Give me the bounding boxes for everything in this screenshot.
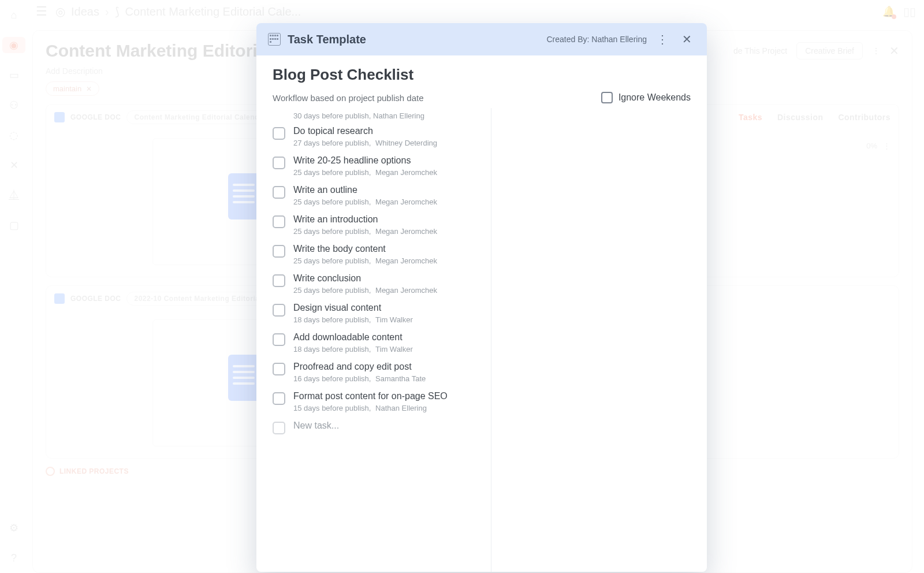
task-days: 25 days before publish,: [293, 168, 371, 177]
task-checkbox[interactable]: [273, 186, 285, 199]
task-days: 18 days before publish,: [293, 315, 371, 324]
workflow-label: Workflow based on project publish date: [273, 93, 424, 103]
task-row[interactable]: Write an outline25 days before publish, …: [273, 177, 491, 206]
task-days: 25 days before publish,: [293, 227, 371, 236]
task-title: Write the body content: [293, 244, 485, 254]
modal-close-icon[interactable]: ✕: [678, 32, 695, 46]
task-checkbox[interactable]: [273, 392, 285, 405]
task-meta: 25 days before publish, Megan Jeromchek: [293, 198, 485, 206]
task-meta-partial: 30 days before publish, Nathan Ellering: [273, 111, 491, 126]
task-list: 30 days before publish, Nathan Ellering …: [256, 108, 491, 572]
task-title: Proofread and copy edit post: [293, 362, 485, 372]
task-row[interactable]: Write the body content25 days before pub…: [273, 236, 491, 265]
task-title: Write 20-25 headline options: [293, 155, 485, 166]
modal-header: Task Template Created By: Nathan Ellerin…: [256, 23, 707, 55]
task-meta: 15 days before publish, Nathan Ellering: [293, 404, 485, 412]
modal-body: 30 days before publish, Nathan Ellering …: [256, 108, 707, 572]
task-meta: 16 days before publish, Samantha Tate: [293, 374, 485, 383]
task-owner: Megan Jeromchek: [375, 227, 437, 236]
task-row[interactable]: Proofread and copy edit post16 days befo…: [273, 354, 491, 383]
task-meta: 27 days before publish, Whitney Deterdin…: [293, 139, 485, 147]
checklist-title: Blog Post Checklist: [273, 66, 691, 84]
modal-title: Task Template: [288, 33, 366, 46]
task-checkbox[interactable]: [273, 157, 285, 169]
created-by: Created By: Nathan Ellering: [546, 35, 647, 44]
task-row[interactable]: Design visual content18 days before publ…: [273, 295, 491, 324]
task-checkbox[interactable]: [273, 274, 285, 287]
task-checkbox[interactable]: [273, 333, 285, 346]
template-icon: [268, 33, 281, 46]
task-title: Format post content for on-page SEO: [293, 391, 485, 401]
task-owner: Nathan Ellering: [375, 404, 427, 412]
task-meta: 18 days before publish, Tim Walker: [293, 315, 485, 324]
task-owner: Tim Walker: [375, 345, 413, 354]
new-task-checkbox[interactable]: [273, 422, 285, 434]
task-row[interactable]: Write conclusion25 days before publish, …: [273, 265, 491, 295]
task-row[interactable]: Write an introduction25 days before publ…: [273, 206, 491, 236]
task-days: 25 days before publish,: [293, 198, 371, 206]
new-task-label[interactable]: New task...: [293, 421, 485, 431]
task-title: Do topical research: [293, 126, 485, 136]
task-template-modal: Task Template Created By: Nathan Ellerin…: [256, 23, 707, 572]
task-days: 27 days before publish,: [293, 139, 371, 147]
task-row[interactable]: Write 20-25 headline options25 days befo…: [273, 147, 491, 177]
task-days: 16 days before publish,: [293, 374, 371, 383]
task-title: Write an introduction: [293, 214, 485, 225]
task-checkbox[interactable]: [273, 245, 285, 258]
ignore-weekends-checkbox[interactable]: [601, 92, 613, 103]
task-detail-pane: [491, 108, 707, 572]
task-row[interactable]: Do topical research27 days before publis…: [273, 126, 491, 147]
task-checkbox[interactable]: [273, 215, 285, 228]
task-days: 25 days before publish,: [293, 286, 371, 295]
task-checkbox[interactable]: [273, 363, 285, 375]
task-owner: Samantha Tate: [375, 374, 426, 383]
task-owner: Megan Jeromchek: [375, 256, 437, 265]
task-title: Add downloadable content: [293, 332, 485, 343]
task-row[interactable]: Add downloadable content18 days before p…: [273, 324, 491, 354]
task-title: Write conclusion: [293, 273, 485, 284]
task-meta: 25 days before publish, Megan Jeromchek: [293, 227, 485, 236]
task-title: Design visual content: [293, 303, 485, 313]
modal-more-icon[interactable]: ⋮: [654, 32, 671, 46]
task-checkbox[interactable]: [273, 127, 285, 140]
task-owner: Whitney Deterding: [375, 139, 437, 147]
new-task-row[interactable]: New task...: [273, 412, 491, 434]
task-meta: 25 days before publish, Megan Jeromchek: [293, 168, 485, 177]
task-owner: Tim Walker: [375, 315, 413, 324]
task-days: 18 days before publish,: [293, 345, 371, 354]
task-row[interactable]: Format post content for on-page SEO15 da…: [273, 383, 491, 412]
task-title: Write an outline: [293, 185, 485, 195]
task-owner: Megan Jeromchek: [375, 168, 437, 177]
task-checkbox[interactable]: [273, 304, 285, 317]
task-days: 25 days before publish,: [293, 256, 371, 265]
task-meta: 25 days before publish, Megan Jeromchek: [293, 256, 485, 265]
task-owner: Megan Jeromchek: [375, 198, 437, 206]
task-owner: Megan Jeromchek: [375, 286, 437, 295]
modal-subheader: Blog Post Checklist Workflow based on pr…: [256, 55, 707, 108]
task-meta: 25 days before publish, Megan Jeromchek: [293, 286, 485, 295]
ignore-weekends-label: Ignore Weekends: [619, 92, 691, 103]
task-days: 15 days before publish,: [293, 404, 371, 412]
task-meta: 18 days before publish, Tim Walker: [293, 345, 485, 354]
